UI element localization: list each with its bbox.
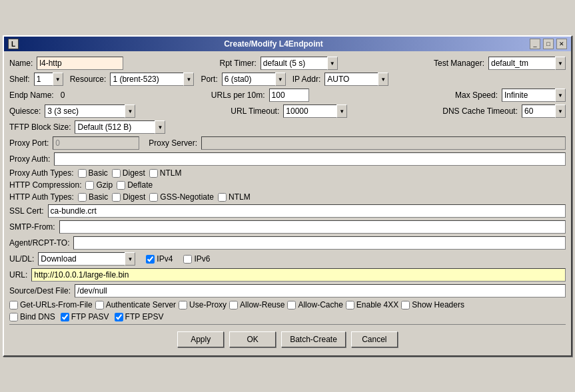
tftp-block-size-input[interactable] [75, 120, 155, 134]
ul-dl-arrow[interactable]: ▼ [125, 252, 135, 266]
ok-button[interactable]: OK [229, 331, 276, 347]
smtp-from-label: SMTP-From: [9, 222, 55, 232]
ftp-pasv-checkbox[interactable]: FTP PASV [61, 312, 109, 321]
max-speed-label: Max Speed: [455, 91, 498, 100]
resource-arrow[interactable]: ▼ [183, 73, 194, 86]
rpt-timer-label: Rpt Timer: [219, 59, 256, 68]
http-digest-check[interactable] [112, 193, 121, 202]
close-button[interactable]: ✕ [556, 39, 567, 49]
ipv6-checkbox[interactable]: IPv6 [183, 254, 210, 264]
ul-dl-label: UL/DL: [9, 254, 34, 264]
proxy-port-input[interactable] [53, 136, 139, 150]
ipv6-check[interactable] [183, 255, 192, 264]
proxy-digest-checkbox[interactable]: Digest [112, 168, 145, 178]
smtp-from-input[interactable] [59, 220, 566, 234]
ip-addr-input[interactable] [324, 73, 378, 86]
separator [9, 324, 566, 325]
enable-4xx-checkbox[interactable]: Enable 4XX [346, 300, 398, 309]
http-gss-checkbox[interactable]: GSS-Negotiate [149, 192, 214, 202]
ul-dl-input[interactable] [38, 252, 125, 266]
deflate-check[interactable] [117, 181, 125, 190]
show-headers-checkbox[interactable]: Show Headers [401, 300, 464, 309]
allow-cache-check[interactable] [287, 301, 296, 309]
rpt-timer-arrow[interactable]: ▼ [327, 57, 338, 70]
proxy-server-input[interactable] [201, 136, 566, 150]
ssl-cert-input[interactable] [48, 204, 566, 218]
http-ntlm-checkbox[interactable]: NTLM [218, 192, 251, 202]
proxy-auth-input[interactable] [54, 152, 566, 166]
http-gss-check[interactable] [149, 193, 158, 202]
apply-button[interactable]: Apply [177, 331, 224, 347]
urls-per-10m-input[interactable] [269, 89, 309, 102]
window-title: Create/Modify L4Endpoint [19, 39, 528, 49]
ip-addr-arrow[interactable]: ▼ [378, 73, 388, 86]
gzip-check[interactable] [85, 181, 94, 190]
allow-reuse-check[interactable] [229, 301, 238, 309]
proxy-ntlm-check[interactable] [149, 169, 158, 178]
allow-reuse-checkbox[interactable]: Allow-Reuse [229, 300, 285, 309]
get-urls-check[interactable] [9, 301, 18, 309]
maximize-button[interactable]: □ [543, 39, 554, 49]
proxy-digest-check[interactable] [112, 169, 121, 178]
port-arrow[interactable]: ▼ [275, 73, 286, 86]
bind-dns-checkbox[interactable]: Bind DNS [9, 312, 55, 321]
quiesce-input[interactable] [45, 104, 125, 118]
shelf-arrow[interactable]: ▼ [53, 73, 63, 86]
dns-cache-timeout-label: DNS Cache Timeout: [442, 106, 518, 116]
proxy-basic-check[interactable] [78, 169, 87, 178]
allow-cache-checkbox[interactable]: Allow-Cache [287, 300, 342, 309]
authenticate-server-checkbox[interactable]: Authenticate Server [95, 300, 176, 309]
use-proxy-checkbox[interactable]: Use-Proxy [179, 300, 227, 309]
cancel-button[interactable]: Cancel [351, 331, 398, 347]
proxy-ntlm-checkbox[interactable]: NTLM [149, 168, 182, 178]
shelf-input[interactable] [34, 73, 53, 86]
enable-4xx-check[interactable] [346, 301, 354, 309]
dns-cache-timeout-input[interactable] [522, 104, 555, 118]
max-speed-arrow[interactable]: ▼ [555, 89, 566, 102]
test-manager-input[interactable] [488, 57, 555, 70]
source-dest-input[interactable] [75, 284, 566, 297]
use-proxy-check[interactable] [179, 301, 187, 309]
deflate-checkbox[interactable]: Deflate [117, 180, 153, 190]
max-speed-input[interactable] [502, 89, 555, 102]
show-headers-check[interactable] [401, 301, 410, 309]
test-manager-arrow[interactable]: ▼ [555, 57, 566, 70]
source-dest-label: Source/Dest File: [9, 286, 71, 295]
rpt-timer-combo: ▼ [261, 57, 338, 70]
bind-dns-check[interactable] [9, 313, 18, 321]
ipv4-check[interactable] [146, 255, 155, 264]
quiesce-arrow[interactable]: ▼ [125, 104, 135, 118]
http-basic-checkbox[interactable]: Basic [78, 192, 108, 202]
dns-cache-timeout-arrow[interactable]: ▼ [555, 104, 566, 118]
ftp-pasv-check[interactable] [61, 313, 69, 321]
http-ntlm-check[interactable] [218, 193, 227, 202]
agent-rcpt-label: Agent/RCPT-TO: [9, 238, 69, 248]
ipv4-checkbox[interactable]: IPv4 [146, 254, 173, 264]
rpt-timer-input[interactable] [261, 57, 327, 70]
get-urls-checkbox[interactable]: Get-URLs-From-File [9, 300, 93, 309]
name-input[interactable]: l4-http [37, 57, 123, 70]
port-combo: ▼ [222, 73, 286, 86]
gzip-checkbox[interactable]: Gzip [85, 180, 113, 190]
url-timeout-arrow[interactable]: ▼ [336, 104, 347, 118]
batch-create-button[interactable]: Batch-Create [281, 331, 346, 347]
agent-rcpt-input[interactable] [73, 236, 566, 250]
ftp-epsv-checkbox[interactable]: FTP EPSV [115, 312, 164, 321]
row-ul-dl: UL/DL: ▼ IPv4 IPv6 [9, 252, 566, 266]
http-auth-types-label: HTTP Auth Types: [9, 192, 74, 202]
url-input[interactable] [31, 268, 566, 282]
authenticate-server-check[interactable] [95, 301, 104, 309]
url-timeout-input[interactable] [283, 104, 336, 118]
proxy-basic-checkbox[interactable]: Basic [78, 168, 108, 178]
button-row: Apply OK Batch-Create Cancel [9, 327, 566, 350]
http-basic-check[interactable] [78, 193, 87, 202]
row-name: Name: l4-http Rpt Timer: ▼ Test Manager:… [9, 57, 566, 70]
minimize-button[interactable]: _ [530, 39, 540, 49]
resource-input[interactable] [110, 73, 183, 86]
test-manager-label: Test Manager: [434, 59, 484, 68]
http-digest-checkbox[interactable]: Digest [112, 192, 145, 202]
tftp-block-size-arrow[interactable]: ▼ [155, 120, 165, 134]
port-input[interactable] [222, 73, 275, 86]
ftp-epsv-check[interactable] [115, 313, 123, 321]
max-speed-combo: ▼ [502, 89, 566, 102]
